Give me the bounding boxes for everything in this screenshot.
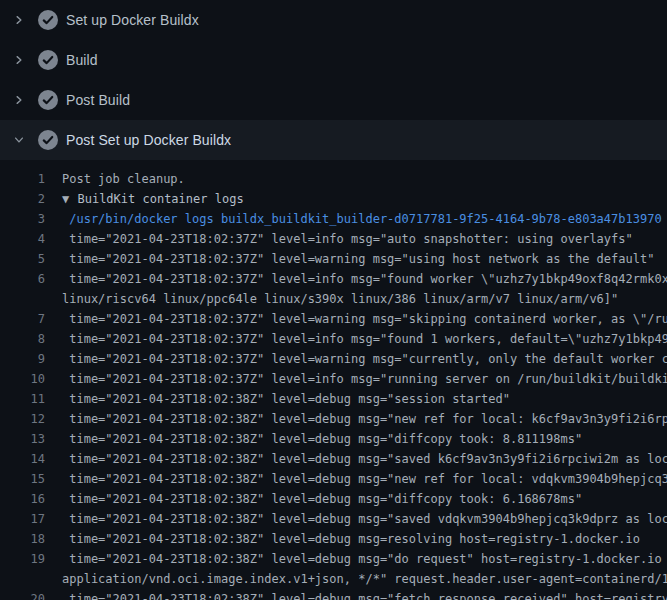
line-number[interactable]: 14 [0,449,45,469]
line-number[interactable]: 9 [0,349,45,369]
log-line-2: 2▼ BuildKit container logs [0,189,667,209]
step-row-post-build[interactable]: Post Build [0,80,667,120]
log-group-header[interactable]: ▼ BuildKit container logs [45,189,244,209]
log-line-15: 15 time="2021-04-23T18:02:38Z" level=deb… [0,469,667,489]
log-text: time="2021-04-23T18:02:38Z" level=debug … [45,409,667,429]
log-group-title: BuildKit container logs [77,192,243,206]
log-line-11: 11 time="2021-04-23T18:02:38Z" level=deb… [0,389,667,409]
line-number[interactable]: 2 [0,189,45,209]
log-text: time="2021-04-23T18:02:37Z" level=warnin… [45,349,667,369]
log-text: Post job cleanup. [45,169,185,189]
chevron-right-icon [12,53,26,67]
chevron-right-icon [12,93,26,107]
log-text: time="2021-04-23T18:02:38Z" level=debug … [45,429,582,449]
log-line-wrap: linux/riscv64 linux/ppc64le linux/s390x … [0,289,667,309]
check-circle-icon [38,10,58,30]
step-list: Set up Docker Buildx Build Post Build Po… [0,0,667,160]
line-number [0,289,45,309]
log-line-10: 10 time="2021-04-23T18:02:37Z" level=inf… [0,369,667,389]
log-text: time="2021-04-23T18:02:37Z" level=info m… [45,369,667,389]
log-text: time="2021-04-23T18:02:37Z" level=warnin… [45,309,667,329]
log-line-17: 17 time="2021-04-23T18:02:38Z" level=deb… [0,509,667,529]
log-line-7: 7 time="2021-04-23T18:02:37Z" level=warn… [0,309,667,329]
log-console: 1Post job cleanup.2▼ BuildKit container … [0,160,667,600]
log-line-16: 16 time="2021-04-23T18:02:38Z" level=deb… [0,489,667,509]
step-row-set-up-docker-buildx[interactable]: Set up Docker Buildx [0,0,667,40]
line-number[interactable]: 20 [0,589,45,600]
log-text: time="2021-04-23T18:02:38Z" level=debug … [45,469,667,489]
line-number [0,569,45,589]
step-label: Post Set up Docker Buildx [66,132,231,148]
log-line-12: 12 time="2021-04-23T18:02:38Z" level=deb… [0,409,667,429]
step-row-post-set-up-docker-buildx[interactable]: Post Set up Docker Buildx [0,120,667,160]
log-text: application/vnd.oci.image.index.v1+json,… [45,569,667,589]
line-number[interactable]: 5 [0,249,45,269]
log-text: linux/riscv64 linux/ppc64le linux/s390x … [45,289,618,309]
log-text: time="2021-04-23T18:02:38Z" level=debug … [45,529,640,549]
actions-log-viewer: Set up Docker Buildx Build Post Build Po… [0,0,667,600]
line-number[interactable]: 1 [0,169,45,189]
line-number[interactable]: 19 [0,549,45,569]
log-text: time="2021-04-23T18:02:38Z" level=debug … [45,589,667,600]
log-line-1: 1Post job cleanup. [0,169,667,189]
log-line-4: 4 time="2021-04-23T18:02:37Z" level=info… [0,229,667,249]
line-number[interactable]: 18 [0,529,45,549]
log-line-wrap: application/vnd.oci.image.index.v1+json,… [0,569,667,589]
line-number[interactable]: 3 [0,209,45,229]
chevron-down-icon [12,133,26,147]
log-text: time="2021-04-23T18:02:38Z" level=debug … [45,449,667,469]
line-number[interactable]: 16 [0,489,45,509]
log-text: time="2021-04-23T18:02:37Z" level=info m… [45,329,667,349]
log-text: time="2021-04-23T18:02:37Z" level=info m… [45,269,667,289]
step-label: Build [66,52,98,68]
log-text: time="2021-04-23T18:02:38Z" level=debug … [45,509,667,529]
step-label: Post Build [66,92,130,108]
line-number[interactable]: 12 [0,409,45,429]
log-line-14: 14 time="2021-04-23T18:02:38Z" level=deb… [0,449,667,469]
chevron-right-icon [12,13,26,27]
log-line-13: 13 time="2021-04-23T18:02:38Z" level=deb… [0,429,667,449]
log-text: time="2021-04-23T18:02:38Z" level=debug … [45,489,582,509]
check-circle-icon [38,90,58,110]
log-text: time="2021-04-23T18:02:37Z" level=info m… [45,229,633,249]
step-row-build[interactable]: Build [0,40,667,80]
log-line-18: 18 time="2021-04-23T18:02:38Z" level=deb… [0,529,667,549]
line-number[interactable]: 8 [0,329,45,349]
line-number[interactable]: 11 [0,389,45,409]
log-text: time="2021-04-23T18:02:38Z" level=debug … [45,549,667,569]
triangle-down-icon: ▼ [62,192,76,206]
log-line-5: 5 time="2021-04-23T18:02:37Z" level=warn… [0,249,667,269]
line-number[interactable]: 17 [0,509,45,529]
line-number[interactable]: 7 [0,309,45,329]
line-number[interactable]: 13 [0,429,45,449]
line-number[interactable]: 6 [0,269,45,289]
log-text: time="2021-04-23T18:02:37Z" level=warnin… [45,249,654,269]
log-command-text: /usr/bin/docker logs buildx_buildkit_bui… [45,209,662,229]
log-line-20: 20 time="2021-04-23T18:02:38Z" level=deb… [0,589,667,600]
step-label: Set up Docker Buildx [66,12,199,28]
log-line-9: 9 time="2021-04-23T18:02:37Z" level=warn… [0,349,667,369]
line-number[interactable]: 15 [0,469,45,489]
log-line-19: 19 time="2021-04-23T18:02:38Z" level=deb… [0,549,667,569]
log-line-6: 6 time="2021-04-23T18:02:37Z" level=info… [0,269,667,289]
log-line-8: 8 time="2021-04-23T18:02:37Z" level=info… [0,329,667,349]
log-text: time="2021-04-23T18:02:38Z" level=debug … [45,389,510,409]
line-number[interactable]: 10 [0,369,45,389]
line-number[interactable]: 4 [0,229,45,249]
check-circle-icon [38,130,58,150]
log-line-3: 3 /usr/bin/docker logs buildx_buildkit_b… [0,209,667,229]
check-circle-icon [38,50,58,70]
